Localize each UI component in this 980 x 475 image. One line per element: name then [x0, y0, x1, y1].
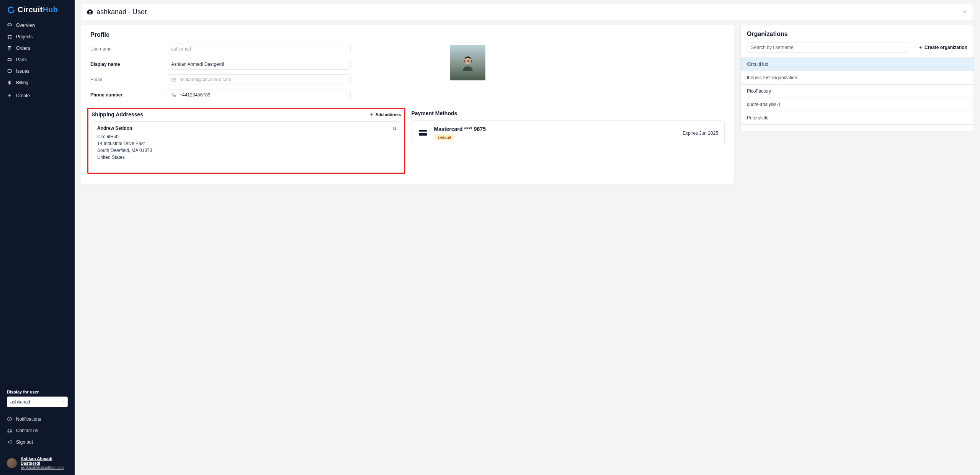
sidebar-user-footer[interactable]: Ashkan Ahmadi Dastgerdi ashkand@circuith…: [0, 452, 75, 475]
sidebar-item-label: Issues: [16, 69, 29, 74]
create-organization-button[interactable]: Create organization: [918, 45, 967, 50]
svg-point-0: [8, 7, 10, 8]
org-search-input[interactable]: [747, 42, 909, 53]
shipping-address-card[interactable]: Andrew Seddon CircuitHub 14 Industrial D…: [91, 121, 401, 167]
email-value: ashkand@circuithub.com: [180, 77, 231, 82]
user-footer-name: Ashkan Ahmadi Dastgerdi: [21, 456, 68, 465]
signout-link[interactable]: Sign out: [7, 436, 68, 448]
payment-title: Payment Methods: [412, 110, 457, 116]
info-icon: [7, 416, 12, 422]
organizations-title: Organizations: [747, 31, 967, 38]
sidebar-item-label: Orders: [16, 46, 30, 51]
sidebar: CircuitHub Overview Projects Orders Part…: [0, 0, 75, 475]
svg-rect-17: [419, 131, 427, 132]
avatar-icon: [7, 458, 17, 468]
org-row[interactable]: theunis-test-organization: [741, 71, 973, 85]
sidebar-create[interactable]: Create: [0, 90, 75, 101]
dashboard-icon: [7, 23, 12, 28]
profile-panel: Profile Username ashkanad Display name A…: [81, 25, 734, 185]
page-title: ashkanad - User: [96, 8, 147, 16]
sidebar-create-label: Create: [16, 93, 30, 98]
svg-point-3: [10, 35, 11, 36]
phone-value: +44123456789: [180, 92, 210, 98]
username-value: ashkanad: [171, 46, 191, 52]
sidebar-item-overview[interactable]: Overview: [0, 20, 75, 31]
issues-icon: [7, 69, 12, 74]
sidebar-item-label: Billing: [16, 80, 28, 85]
display-value: Ashkan Ahmadi Dastgerdi: [171, 62, 224, 67]
breadcrumb-select[interactable]: ashkanad - User: [81, 4, 974, 20]
organizations-list: CircuitHub theunis-test-organization Pic…: [741, 57, 973, 125]
brand-name-2: Hub: [42, 5, 58, 14]
svg-point-2: [8, 35, 8, 36]
payment-expires: Expires Jun 2025: [683, 131, 718, 136]
shipping-highlight-box: Shipping Addresses Add address Andrew Se…: [87, 108, 405, 174]
notifications-link[interactable]: Notifications: [7, 413, 68, 425]
mail-icon: [171, 77, 176, 82]
address-country: United States: [97, 155, 395, 160]
add-address-button[interactable]: Add address: [369, 112, 401, 117]
payment-card[interactable]: Mastercard **** 9875 Default Expires Jun…: [412, 120, 725, 146]
billing-icon: [7, 80, 12, 85]
svg-point-11: [89, 11, 91, 13]
phone-label: Phone number: [90, 92, 167, 98]
email-field[interactable]: ashkand@circuithub.com: [167, 74, 351, 85]
username-field[interactable]: ashkanad: [167, 44, 351, 54]
org-row[interactable]: quote-analysis-1: [741, 98, 973, 111]
headset-icon: [7, 428, 12, 433]
sidebar-item-label: Overview: [16, 23, 35, 28]
signout-label: Sign out: [16, 439, 33, 445]
org-row[interactable]: Petersfield: [741, 111, 973, 125]
avatar: [450, 45, 485, 80]
displayname-field[interactable]: Ashkan Ahmadi Dastgerdi: [167, 59, 351, 70]
user-circle-icon: [87, 9, 93, 16]
display-for-label: Display for user: [7, 390, 68, 394]
plus-icon: [918, 45, 923, 50]
create-organization-label: Create organization: [924, 45, 967, 50]
email-label: Email: [90, 77, 167, 82]
delete-address-button[interactable]: [392, 126, 397, 131]
add-address-label: Add address: [376, 112, 401, 117]
address-name: Andrew Seddon: [97, 126, 395, 131]
sidebar-item-label: Parts: [16, 57, 27, 62]
username-label: Username: [90, 46, 167, 52]
address-street: 14 Industrial Drive East: [97, 141, 395, 146]
svg-point-4: [8, 38, 8, 38]
svg-point-5: [10, 38, 11, 38]
phone-field[interactable]: +44123456789: [167, 90, 351, 100]
contact-link[interactable]: Contact us: [7, 425, 68, 436]
sidebar-item-parts[interactable]: Parts: [0, 54, 75, 65]
contact-label: Contact us: [16, 428, 38, 433]
display-for-user-select[interactable]: ashkanad: [7, 397, 68, 407]
brand-name-1: Circuit: [18, 5, 42, 14]
organizations-panel: Organizations Create organization Circui…: [740, 25, 974, 131]
parts-icon: [7, 57, 12, 62]
main: ashkanad - User Profile Username ashkana…: [75, 0, 980, 475]
org-row[interactable]: CircuitHub: [741, 58, 973, 71]
brand-logo[interactable]: CircuitHub: [0, 0, 75, 18]
org-row[interactable]: PicoFactory: [741, 85, 973, 98]
sidebar-item-billing[interactable]: Billing: [0, 77, 75, 88]
sidebar-item-issues[interactable]: Issues: [0, 65, 75, 77]
sidebar-nav: Overview Projects Orders Parts Issues Bi…: [0, 18, 75, 101]
orders-icon: [7, 46, 12, 51]
projects-icon: [7, 34, 12, 39]
notifications-label: Notifications: [16, 416, 41, 422]
profile-title: Profile: [90, 31, 725, 38]
user-footer-email: ashkand@circuithub.com: [21, 465, 68, 470]
logo-icon: [7, 6, 15, 14]
plus-icon: [369, 112, 374, 117]
trash-icon: [392, 126, 397, 130]
sidebar-item-orders[interactable]: Orders: [0, 42, 75, 54]
default-badge: Default: [434, 134, 455, 140]
credit-card-icon: [418, 128, 428, 139]
display-for-value: ashkanad: [10, 399, 30, 405]
svg-rect-8: [8, 70, 11, 72]
address-org: CircuitHub: [97, 134, 395, 139]
address-city: South Deerfield, MA 01373: [97, 148, 395, 153]
payment-card-title: Mastercard **** 9875: [434, 126, 677, 132]
sidebar-item-projects[interactable]: Projects: [0, 31, 75, 42]
sidebar-item-label: Projects: [16, 34, 33, 39]
svg-point-1: [13, 11, 14, 13]
phone-icon: [171, 92, 176, 98]
